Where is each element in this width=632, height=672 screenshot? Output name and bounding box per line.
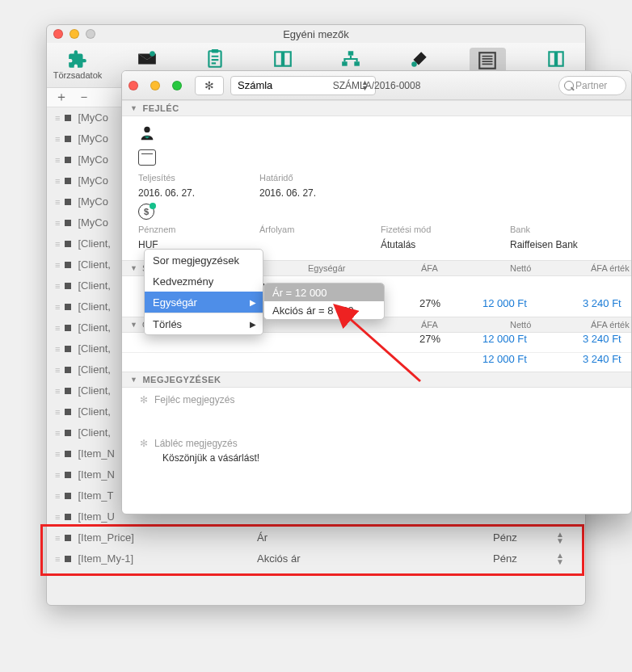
- archive-icon: [272, 48, 294, 70]
- submenu-unit-price: Ár = 12 000 Akciós ár = 8 000: [263, 283, 385, 320]
- toolbar-item-mail[interactable]: [129, 48, 165, 70]
- layout-icon: [545, 48, 567, 70]
- puzzle-icon: [66, 48, 89, 70]
- remove-button[interactable]: －: [78, 89, 89, 106]
- section-header-notes[interactable]: ▼ MEGJEGYZÉSEK: [122, 372, 631, 388]
- submenu-item-ar[interactable]: Ár = 12 000: [264, 284, 384, 301]
- toolbar-item-org[interactable]: [333, 48, 369, 70]
- context-menu: Sor megjegyzések Kedvezmény Egységár▶ Tö…: [144, 249, 263, 335]
- calendar-icon: [138, 149, 156, 166]
- menu-item-discount[interactable]: Kedvezmény: [145, 271, 263, 292]
- close-icon[interactable]: [129, 81, 138, 90]
- list-item-price[interactable]: ≡ [Item_Price] Ár Pénz ▲▼: [47, 527, 585, 548]
- add-button[interactable]: ＋: [55, 89, 66, 106]
- label: Határidő: [259, 173, 381, 183]
- chevron-right-icon: ▶: [250, 320, 256, 329]
- gear-icon[interactable]: ✻: [140, 394, 148, 405]
- submenu-item-akcios[interactable]: Akciós ár = 8 000: [264, 301, 384, 319]
- toolbar-item-layout[interactable]: [538, 48, 574, 70]
- svg-point-8: [411, 61, 417, 67]
- value-teljesites[interactable]: 2016. 06. 27.: [138, 187, 259, 199]
- chevron-down-icon: ▼: [130, 264, 137, 272]
- svg-rect-4: [284, 52, 291, 65]
- chevron-down-icon: ▼: [130, 321, 137, 329]
- person-icon: [138, 124, 259, 145]
- window-title: Egyéni mezők: [47, 28, 585, 40]
- footer-note-text[interactable]: Köszönjük a vásárlást!: [162, 452, 613, 464]
- svg-rect-3: [276, 52, 283, 65]
- list-item-promo-price[interactable]: ≡ [Item_My-1] Akciós ár Pénz ▲▼: [47, 548, 585, 569]
- label: Árfolyam: [259, 225, 381, 234]
- summary-total: 12 000 Ft 3 240 Ft: [122, 352, 631, 372]
- label: Fizetési mód: [381, 225, 510, 234]
- chevron-down-icon: ▼: [130, 104, 137, 112]
- label: Pénznem: [138, 225, 259, 234]
- svg-point-0: [150, 51, 155, 57]
- settings-button[interactable]: ✻: [195, 76, 224, 95]
- footer-note-label[interactable]: Lábléc megjegyzés: [154, 438, 238, 449]
- toolbar-label: Törzsadatok: [53, 70, 103, 80]
- list-icon: [476, 49, 499, 72]
- net-amount: 12 000 Ft: [482, 297, 527, 309]
- sort-icon[interactable]: ▲▼: [556, 552, 564, 565]
- search-input[interactable]: Partner: [558, 76, 626, 95]
- titlebar: Egyéni mezők: [47, 25, 585, 43]
- currency-icon: $: [138, 204, 154, 220]
- svg-rect-11: [557, 52, 563, 65]
- header-note-label[interactable]: Fejléc megjegyzés: [154, 394, 234, 405]
- svg-rect-5: [348, 51, 354, 55]
- drag-icon: ≡: [55, 113, 58, 123]
- chevron-updown-icon: ▲▼: [361, 80, 369, 91]
- svg-rect-7: [355, 61, 360, 65]
- zoom-icon[interactable]: [172, 81, 182, 90]
- invoice-toolbar: ✻ Számla ▲▼ SZÁMLA/2016-0008 Partner: [122, 71, 631, 100]
- toolbar-item-archive[interactable]: [265, 48, 301, 70]
- svg-rect-9: [480, 52, 496, 69]
- header-fields: Teljesítés Határidő 2016. 06. 27. 2016. …: [122, 116, 631, 260]
- svg-rect-2: [212, 49, 219, 52]
- toolbar-item-brush[interactable]: [402, 48, 437, 70]
- summary-row: 27% 12 000 Ft 3 240 Ft: [122, 333, 631, 352]
- value-bank[interactable]: Raiffeisen Bank: [510, 239, 632, 250]
- section-header-fejlec[interactable]: ▼ FEJLÉC: [122, 100, 631, 116]
- clipboard-icon: [204, 48, 226, 70]
- vat-amount: 3 240 Ft: [583, 297, 621, 309]
- gear-icon[interactable]: ✻: [140, 438, 148, 449]
- chevron-down-icon: ▼: [130, 376, 137, 384]
- menu-item-row-notes[interactable]: Sor megjegyzések: [145, 250, 263, 271]
- value-fizmod[interactable]: Átutalás: [381, 239, 510, 250]
- envelope-icon: [136, 48, 158, 70]
- org-icon: [339, 48, 362, 70]
- gear-icon: ✻: [204, 79, 214, 92]
- toolbar-item-torzsadatok[interactable]: Törzsadatok: [58, 48, 97, 80]
- minimize-icon[interactable]: [150, 81, 160, 90]
- value-hatarido[interactable]: 2016. 06. 27.: [259, 187, 381, 199]
- notes-body: ✻Fejléc megjegyzés ✻Lábléc megjegyzés Kö…: [122, 388, 631, 470]
- label: Bank: [510, 225, 632, 234]
- vat-rate[interactable]: 27%: [419, 297, 440, 309]
- menu-item-unit-price[interactable]: Egységár▶: [145, 292, 263, 313]
- brush-icon: [408, 48, 431, 70]
- doc-type-select[interactable]: Számla ▲▼: [230, 76, 376, 95]
- sort-icon[interactable]: ▲▼: [556, 531, 564, 544]
- chevron-right-icon: ▶: [250, 298, 256, 307]
- svg-point-12: [144, 127, 150, 132]
- label: Teljesítés: [138, 173, 259, 183]
- bullet-icon: [65, 115, 71, 121]
- toolbar-item-clipboard[interactable]: [197, 48, 233, 70]
- svg-rect-10: [549, 52, 555, 65]
- svg-rect-6: [343, 61, 348, 65]
- menu-item-delete[interactable]: Törlés▶: [145, 313, 263, 334]
